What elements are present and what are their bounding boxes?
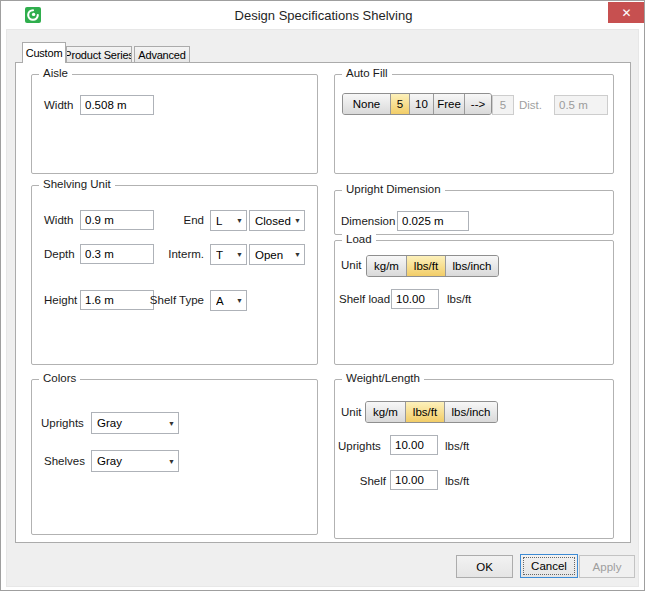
shelf-type-dropdown[interactable]: A ▼ xyxy=(210,290,247,311)
auto-fill-10-button[interactable]: 10 xyxy=(410,94,434,114)
load-unit-segmented-control: kg/m lbs/ft lbs/inch xyxy=(366,255,499,277)
weight-unit-kgm-button[interactable]: kg/m xyxy=(366,402,406,422)
auto-fill-count-input xyxy=(492,95,514,115)
shelving-interm-label: Interm. xyxy=(164,248,204,262)
aisle-width-label: Width xyxy=(44,99,73,113)
group-weight-length-title: Weight/Length xyxy=(342,372,424,384)
load-unit-label: Unit xyxy=(341,259,361,273)
load-unit-lbsft-button[interactable]: lbs/ft xyxy=(407,256,446,276)
chevron-down-icon: ▼ xyxy=(168,420,175,427)
dimension-input[interactable] xyxy=(397,211,469,231)
shelving-depth-label: Depth xyxy=(44,248,75,262)
auto-fill-dist-label: Dist. xyxy=(519,99,542,113)
group-aisle-title: Aisle xyxy=(39,67,72,79)
chevron-down-icon: ▼ xyxy=(168,458,175,465)
weight-unit-lbsft-button[interactable]: lbs/ft xyxy=(406,402,445,422)
chevron-down-icon: ▼ xyxy=(294,251,301,258)
group-upright-dimension-title: Upright Dimension xyxy=(342,183,445,195)
tab-advanced[interactable]: Advanced xyxy=(134,46,190,63)
weight-unit-segmented-control: kg/m lbs/ft lbs/inch xyxy=(365,401,498,423)
shelving-end-style-dropdown[interactable]: Closed ▼ xyxy=(249,210,305,231)
dimension-label: Dimension xyxy=(341,215,395,229)
close-icon[interactable]: ✕ xyxy=(608,2,645,23)
weight-uprights-unit-text: lbs/ft xyxy=(445,440,469,454)
weight-uprights-label: Uprights xyxy=(338,440,381,454)
ok-button[interactable]: OK xyxy=(456,555,513,578)
shelving-height-label: Height xyxy=(44,294,77,308)
group-upright-dimension: Upright Dimension Dimension xyxy=(334,190,614,235)
chevron-down-icon: ▼ xyxy=(236,297,243,304)
weight-uprights-input[interactable] xyxy=(390,435,438,455)
tab-product-series[interactable]: Product Series xyxy=(66,46,132,63)
auto-fill-free-button[interactable]: Free xyxy=(434,94,465,114)
uprights-color-dropdown[interactable]: Gray ▼ xyxy=(91,412,179,434)
group-colors: Colors Uprights Gray ▼ Shelves Gray ▼ xyxy=(31,379,318,535)
group-shelving-unit: Shelving Unit Width End L ▼ Closed ▼ Dep… xyxy=(31,185,318,365)
chevron-down-icon: ▼ xyxy=(236,251,243,258)
cancel-button[interactable]: Cancel xyxy=(520,554,578,578)
shelf-load-unit-text: lbs/ft xyxy=(447,293,471,307)
auto-fill-arrow-button[interactable]: --> xyxy=(465,94,491,114)
colors-uprights-label: Uprights xyxy=(41,417,84,431)
shelving-end-label: End xyxy=(164,214,204,228)
weight-unit-label: Unit xyxy=(341,406,361,420)
load-unit-lbsinch-button[interactable]: lbs/inch xyxy=(446,256,498,276)
group-aisle: Aisle Width xyxy=(31,74,318,174)
shelving-width-input[interactable] xyxy=(80,210,154,230)
weight-unit-lbsinch-button[interactable]: lbs/inch xyxy=(445,402,497,422)
shelving-depth-input[interactable] xyxy=(80,244,154,264)
shelving-interm-style-dropdown[interactable]: Open ▼ xyxy=(249,244,305,265)
chevron-down-icon: ▼ xyxy=(236,217,243,224)
group-load: Load Unit kg/m lbs/ft lbs/inch Shelf loa… xyxy=(334,240,614,365)
weight-shelf-input[interactable] xyxy=(390,470,438,490)
shelf-load-label: Shelf load xyxy=(339,293,390,307)
shelving-interm-type-dropdown[interactable]: T ▼ xyxy=(210,244,247,265)
chevron-down-icon: ▼ xyxy=(294,217,301,224)
aisle-width-input[interactable] xyxy=(80,95,154,115)
group-auto-fill: Auto Fill None 5 10 Free --> Dist. xyxy=(334,74,614,174)
group-load-title: Load xyxy=(342,233,376,245)
shelf-load-input[interactable] xyxy=(391,289,439,309)
shelf-type-label: Shelf Type xyxy=(144,294,204,308)
shelves-color-dropdown[interactable]: Gray ▼ xyxy=(91,450,179,472)
dialog-window: Design Specifications Shelving ✕ Custom … xyxy=(0,0,645,591)
tab-custom[interactable]: Custom xyxy=(22,42,66,63)
weight-shelf-unit-text: lbs/ft xyxy=(445,475,469,489)
apply-button[interactable]: Apply xyxy=(579,555,635,578)
auto-fill-5-button[interactable]: 5 xyxy=(391,94,410,114)
group-weight-length: Weight/Length Unit kg/m lbs/ft lbs/inch … xyxy=(334,379,614,539)
auto-fill-mode-segmented-control: None 5 10 Free --> xyxy=(342,93,492,115)
shelving-end-type-dropdown[interactable]: L ▼ xyxy=(210,210,247,231)
auto-fill-dist-input xyxy=(554,95,608,115)
shelving-width-label: Width xyxy=(44,214,73,228)
weight-shelf-label: Shelf xyxy=(354,475,386,489)
colors-shelves-label: Shelves xyxy=(44,455,85,469)
group-colors-title: Colors xyxy=(39,372,80,384)
group-auto-fill-title: Auto Fill xyxy=(342,67,392,79)
window-title: Design Specifications Shelving xyxy=(1,8,645,24)
load-unit-kgm-button[interactable]: kg/m xyxy=(367,256,407,276)
auto-fill-none-button[interactable]: None xyxy=(343,94,391,114)
tab-page-custom: Aisle Width Auto Fill None 5 10 Free -->… xyxy=(15,62,631,543)
group-shelving-unit-title: Shelving Unit xyxy=(39,178,115,190)
shelving-height-input[interactable] xyxy=(80,290,154,310)
